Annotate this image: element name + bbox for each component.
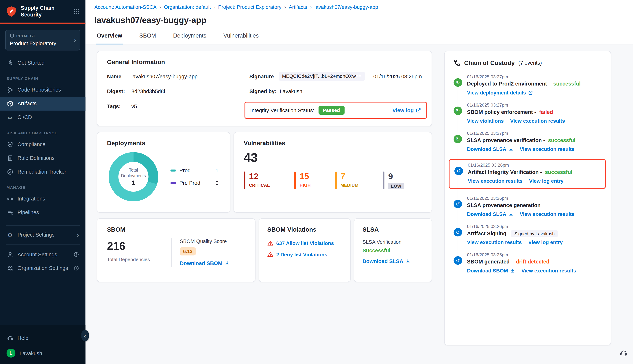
- content: General Information Name: lavakush07/eas…: [85, 44, 633, 364]
- legend-value: 0: [216, 180, 218, 186]
- event-status: successful: [548, 137, 576, 143]
- legend-item-prod: Prod 1: [170, 168, 218, 174]
- general-information-card: General Information Name: lavakush07/eas…: [97, 51, 432, 126]
- breadcrumb-account-link[interactable]: Account: Automation-SSCA: [94, 4, 156, 10]
- view-execution-results-link[interactable]: View execution results: [467, 240, 522, 245]
- breadcrumb: Account: Automation-SSCA › Organization:…: [85, 4, 633, 10]
- view-log-entry-link[interactable]: View log entry: [529, 178, 564, 184]
- chain-event-slsa-verification: ↻ 01/16/2025 03:27pm SLSA provenance ver…: [454, 131, 602, 159]
- target-check-icon: [6, 168, 14, 175]
- breadcrumb-artifacts-link[interactable]: Artifacts: [289, 4, 307, 10]
- sidebar-footer: Help L Lavakush: [0, 325, 85, 364]
- signed-by-value: Lavakush: [280, 88, 302, 94]
- rocket-icon: [6, 60, 14, 66]
- sidebar-item-label: Compliance: [18, 141, 46, 148]
- download-sbom-link[interactable]: Download SBOM: [467, 268, 515, 274]
- severity-high: 15 HIGH: [294, 172, 311, 189]
- chain-of-custody-timeline: ↻ 01/16/2025 03:27pm Deployed to Prod2 e…: [454, 74, 602, 280]
- sidebar-item-help[interactable]: Help: [0, 331, 85, 344]
- sidebar-item-organization-settings[interactable]: Organization Settings: [0, 262, 85, 275]
- card-title: Deployments: [107, 140, 220, 146]
- sidebar-item-rule-definitions[interactable]: Rule Definitions: [0, 151, 85, 165]
- sidebar-item-remediation-tracker[interactable]: Remediation Tracker: [0, 165, 85, 179]
- tabs: Overview SBOM Deployments Vulnerabilitie…: [85, 25, 633, 44]
- slsa-generation-icon: ↺: [454, 200, 462, 208]
- view-log-link[interactable]: View log: [392, 107, 421, 113]
- event-time: 01/16/2025 03:27pm: [467, 74, 580, 79]
- sidebar-item-account-settings[interactable]: Account Settings: [0, 248, 85, 262]
- severity-label: LOW: [388, 183, 404, 189]
- view-execution-results-link[interactable]: View execution results: [510, 118, 565, 124]
- sidebar-item-pipelines[interactable]: Pipelines: [0, 206, 85, 220]
- warning-icon: [267, 252, 273, 258]
- sidebar-item-label: Remediation Tracker: [18, 169, 66, 175]
- severity-count: 9: [388, 172, 404, 181]
- nodes-icon: [6, 195, 14, 202]
- info-icon: [74, 252, 79, 257]
- slsa-verification-label: SLSA Verification: [362, 239, 424, 245]
- view-execution-results-link[interactable]: View execution results: [520, 146, 574, 152]
- view-execution-results-link[interactable]: View execution results: [468, 178, 522, 184]
- users-icon: [6, 265, 14, 272]
- policy-enforcement-icon: ↻: [454, 106, 462, 115]
- event-title: SBOM generated - drift detected: [467, 259, 576, 265]
- signature-value[interactable]: MEQCICde2VjIT...bL+2+mqnOXw==: [279, 72, 365, 80]
- severity-bar: [294, 172, 296, 189]
- download-slsa-link[interactable]: Download SLSA: [467, 146, 513, 152]
- slsa-card: SLSA SLSA Verification Successful Downlo…: [354, 218, 432, 282]
- slsa-verification-icon: ↻: [454, 135, 462, 143]
- signature-date: 01/16/2025 03:26pm: [373, 73, 422, 79]
- event-title: Deployed to Prod2 environment - successf…: [467, 81, 580, 87]
- sidebar-item-code-repositories[interactable]: Code Repositories: [0, 83, 85, 97]
- project-selector[interactable]: PROJECT Product Exploratory ›: [5, 30, 80, 50]
- sidebar-item-artifacts[interactable]: Artifacts: [0, 97, 85, 110]
- chain-event-sbom-policy: ↻ 01/16/2025 03:27pm SBOM policy enforce…: [454, 102, 602, 131]
- sidebar-item-get-started[interactable]: Get Started: [0, 56, 85, 70]
- view-deployment-details-link[interactable]: View deployment details: [467, 90, 533, 96]
- tab-deployments[interactable]: Deployments: [172, 32, 207, 44]
- support-headset-icon[interactable]: [620, 348, 628, 357]
- sidebar-item-compliance[interactable]: Compliance: [0, 138, 85, 151]
- view-violations-link[interactable]: View violations: [467, 118, 504, 124]
- infinity-icon: ∞: [6, 114, 14, 121]
- download-icon: [224, 261, 230, 266]
- download-slsa-link[interactable]: Download SLSA: [362, 258, 411, 264]
- breadcrumb-current-link[interactable]: lavakush07/easy-buggy-app: [314, 4, 378, 10]
- artifact-name-value: lavakush07/easy-buggy-app: [131, 73, 198, 79]
- topbar: Account: Automation-SSCA › Organization:…: [85, 0, 633, 44]
- download-slsa-link[interactable]: Download SLSA: [467, 212, 513, 217]
- view-execution-results-link[interactable]: View execution results: [520, 212, 574, 217]
- user-menu[interactable]: L Lavakush: [0, 344, 85, 358]
- tab-overview[interactable]: Overview: [96, 32, 123, 44]
- supply-chain-security-logo-icon: [6, 6, 17, 18]
- allow-list-violations-link[interactable]: 637 Allow list Violations: [276, 240, 334, 246]
- sidebar-item-project-settings[interactable]: ⚙ Project Settings ›: [0, 228, 85, 242]
- document-icon: [6, 155, 14, 162]
- sidebar-collapse-handle[interactable]: ‹: [81, 330, 89, 341]
- event-title: SLSA provenance generation: [467, 202, 574, 208]
- download-icon: [508, 212, 513, 216]
- chain-event-deployed: ↻ 01/16/2025 03:27pm Deployed to Prod2 e…: [454, 74, 602, 102]
- signature-label: Signature:: [250, 73, 276, 79]
- tab-vulnerabilities[interactable]: Vulnerabilities: [222, 32, 259, 44]
- view-log-entry-link[interactable]: View log entry: [528, 240, 563, 245]
- view-execution-results-link[interactable]: View execution results: [522, 268, 576, 274]
- deny-list-violations-link[interactable]: 2 Deny list Violations: [276, 252, 327, 257]
- breadcrumb-organization-link[interactable]: Organization: default: [164, 4, 211, 10]
- sidebar-item-integrations[interactable]: Integrations: [0, 192, 85, 206]
- event-status: successful: [553, 81, 580, 87]
- external-link-icon: [528, 90, 533, 95]
- download-icon: [508, 147, 513, 152]
- sidebar-item-label: Integrations: [18, 196, 45, 202]
- chain-event-artifact-signing: ↺ 01/16/2025 03:26pm Artifact Signing Si…: [454, 224, 602, 252]
- breadcrumb-project-link[interactable]: Project: Product Exploratory: [218, 4, 282, 10]
- divider: [6, 244, 80, 244]
- legend-value: 1: [216, 168, 218, 174]
- donut-center-value: 1: [132, 179, 135, 186]
- sbom-card: SBOM 216 Total Dependencies SBOM Quality…: [97, 218, 256, 282]
- module-grid-icon[interactable]: [74, 8, 80, 15]
- sidebar-item-cicd[interactable]: ∞ CI/CD: [0, 110, 85, 124]
- chain-event-sbom-generated: ↺ 01/16/2025 03:25pm SBOM generated - dr…: [454, 252, 602, 280]
- download-sbom-link[interactable]: Download SBOM: [180, 260, 230, 266]
- tab-sbom[interactable]: SBOM: [138, 32, 157, 44]
